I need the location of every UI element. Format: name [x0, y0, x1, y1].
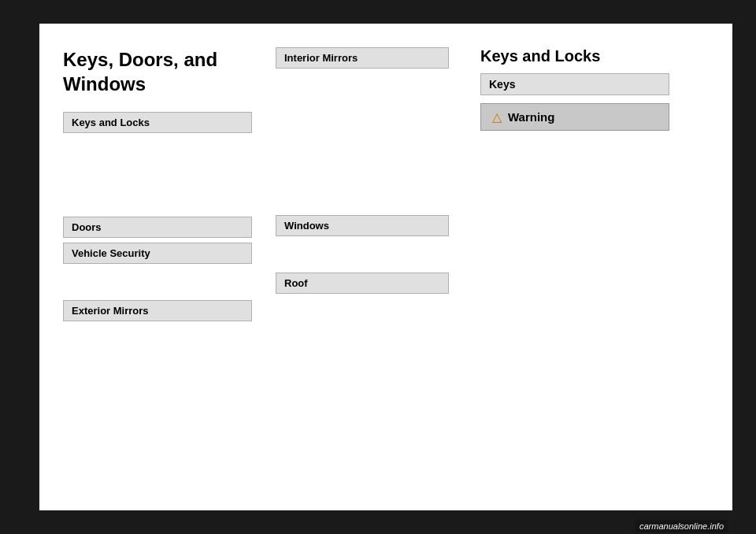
page-title: Keys, Doors, and Windows [63, 47, 252, 96]
warning-label: Warning [508, 110, 554, 124]
column-1: Keys, Doors, and Windows Keys and Locks … [39, 24, 268, 510]
warning-icon: △ [492, 109, 502, 124]
column-2: Interior Mirrors Windows Roof [268, 24, 465, 510]
sub-title-keys: Keys [480, 73, 669, 95]
nav-item-keys-locks[interactable]: Keys and Locks [63, 112, 252, 133]
section-title-keys-and-locks: Keys and Locks [480, 47, 717, 65]
nav-item-windows[interactable]: Windows [276, 215, 449, 236]
warning-banner: △ Warning [480, 103, 669, 131]
column-3: Keys and Locks Keys △ Warning [465, 24, 732, 510]
watermark: carmanualsonline.info [635, 520, 728, 532]
nav-item-vehicle-security[interactable]: Vehicle Security [63, 243, 252, 264]
nav-item-interior-mirrors[interactable]: Interior Mirrors [276, 47, 449, 69]
nav-item-exterior-mirrors[interactable]: Exterior Mirrors [63, 300, 252, 321]
nav-item-roof[interactable]: Roof [276, 273, 449, 294]
nav-item-doors[interactable]: Doors [63, 217, 252, 238]
